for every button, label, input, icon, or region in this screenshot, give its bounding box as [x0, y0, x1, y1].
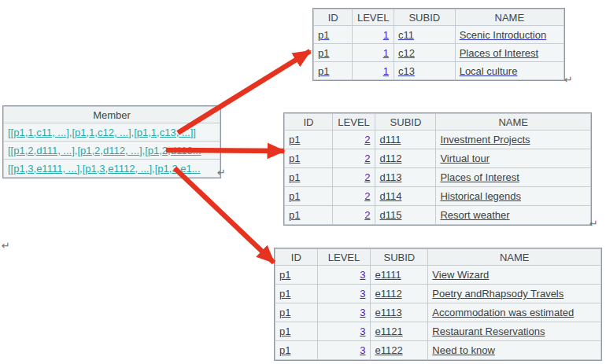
id-cell-link[interactable]: p1 [289, 209, 300, 221]
subid-cell-link[interactable]: d112 [379, 153, 401, 164]
id-cell-link[interactable]: p1 [279, 325, 290, 337]
level-cell-link[interactable]: 3 [322, 307, 367, 318]
column-header-level: LEVEL [318, 249, 371, 265]
table-row: p1 3 e1112 Poetry andRhapsody Travels [275, 285, 600, 303]
name-cell-link[interactable]: Resort weather [440, 209, 509, 221]
id-cell-link[interactable]: p1 [318, 65, 329, 77]
subid-cell-link[interactable]: e1111 [375, 269, 401, 281]
level-cell-link[interactable]: 2 [337, 190, 371, 202]
paragraph-return-mark-icon: ↵ [589, 219, 598, 229]
table-row: p1 2 d114 Historical legends [285, 187, 590, 205]
id-cell-link[interactable]: p1 [289, 134, 300, 145]
subid-cell-link[interactable]: e1121 [375, 325, 402, 337]
level-cell-link[interactable]: 3 [322, 344, 367, 356]
id-cell-link[interactable]: p1 [279, 307, 290, 318]
level3-table: ID LEVEL SUBID NAME p1 3 e1111 View Wiza… [274, 248, 602, 361]
name-cell-link[interactable]: View Wizard [432, 269, 489, 281]
name-cell-link[interactable]: Virtual tour [440, 153, 490, 164]
id-cell-link[interactable]: p1 [279, 344, 290, 356]
subid-cell-link[interactable]: c13 [398, 65, 415, 77]
table-row: p1 1 c12 Places of Interest [314, 44, 564, 61]
paragraph-return-mark-icon: ↵ [564, 75, 573, 85]
member-table: Member [[p1,1,c11, ...],[p1,1,c12, ...],… [2, 105, 221, 178]
table-row: p1 3 e1111 View Wizard [275, 266, 600, 284]
table-row: p1 2 d113 Places of Interest [285, 168, 590, 186]
level-cell-link[interactable]: 2 [337, 171, 371, 183]
header-row: ID LEVEL SUBID NAME [275, 249, 600, 265]
column-header-subid: SUBID [394, 9, 455, 25]
arrow-to-level3-table-icon [175, 168, 274, 263]
column-header-name: NAME [456, 9, 564, 25]
name-cell-link[interactable]: Accommodation was estimated [432, 307, 574, 318]
level2-table: ID LEVEL SUBID NAME p1 2 d111 Investment… [283, 112, 592, 226]
name-cell-link[interactable]: Scenic Introduction [460, 29, 547, 41]
name-cell-link[interactable]: Investment Projects [440, 134, 530, 145]
column-header-level: LEVEL [333, 114, 375, 130]
subid-cell-link[interactable]: d111 [379, 134, 401, 145]
table-row: p1 3 e1113 Accommodation was estimated [275, 303, 600, 322]
member-table-header: Member [4, 107, 220, 123]
name-cell-link[interactable]: Places of Interest [440, 171, 519, 183]
id-cell-link[interactable]: p1 [289, 171, 300, 183]
table-row: p1 1 c11 Scenic Introduction [314, 26, 564, 43]
table-row: p1 2 d112 Virtual tour [285, 149, 590, 167]
column-header-name: NAME [436, 114, 590, 130]
table-row: p1 3 e1122 Need to know [275, 341, 600, 359]
column-header-name: NAME [428, 249, 600, 265]
level-cell-link[interactable]: 1 [357, 29, 389, 41]
table-row: p1 1 c13 Local culture [314, 62, 564, 79]
column-header-subid: SUBID [371, 249, 427, 265]
paragraph-return-mark-icon: ↵ [2, 241, 10, 251]
table-row: p1 2 d115 Resort weather [285, 206, 590, 224]
name-cell-link[interactable]: Restaurant Reservations [432, 325, 545, 337]
id-cell-link[interactable]: p1 [318, 47, 329, 59]
column-header-id: ID [275, 249, 317, 265]
name-cell-link[interactable]: Places of Interest [460, 47, 538, 59]
id-cell-link[interactable]: p1 [318, 29, 329, 41]
name-cell-link[interactable]: Local culture [460, 65, 518, 77]
id-cell-link[interactable]: p1 [279, 269, 290, 281]
level-cell-link[interactable]: 2 [337, 134, 371, 145]
header-row: ID LEVEL SUBID NAME [285, 114, 590, 130]
level-cell-link[interactable]: 2 [337, 153, 371, 164]
name-cell-link[interactable]: Historical legends [440, 190, 521, 202]
member-row-link[interactable]: [[p1,2,d111, ...],[p1,2,d112, ...],[p1,2… [8, 145, 201, 156]
level1-table: ID LEVEL SUBID NAME p1 1 c11 Scenic Intr… [312, 8, 565, 81]
name-cell-link[interactable]: Need to know [432, 344, 495, 356]
id-cell-link[interactable]: p1 [279, 288, 290, 300]
paragraph-return-mark-icon: ↵ [217, 167, 226, 178]
subid-cell-link[interactable]: e1112 [375, 288, 401, 300]
subid-cell-link[interactable]: d113 [379, 171, 401, 183]
id-cell-link[interactable]: p1 [289, 153, 300, 164]
document-canvas: Member [[p1,1,c11, ...],[p1,1,c12, ...],… [0, 0, 606, 364]
header-row: ID LEVEL SUBID NAME [314, 9, 564, 25]
member-row: [[p1,1,c11, ...],[p1,1,c12, ...],[p1,1,c… [4, 123, 220, 141]
column-header-id: ID [285, 114, 332, 130]
level-cell-link[interactable]: 3 [322, 269, 367, 281]
name-cell-link[interactable]: Poetry andRhapsody Travels [432, 288, 564, 300]
level-cell-link[interactable]: 3 [322, 288, 367, 300]
id-cell-link[interactable]: p1 [289, 190, 300, 202]
column-header-level: LEVEL [353, 9, 393, 25]
column-header-subid: SUBID [375, 114, 435, 130]
level-cell-link[interactable]: 1 [357, 47, 389, 59]
subid-cell-link[interactable]: e1113 [375, 307, 401, 318]
subid-cell-link[interactable]: e1122 [375, 344, 402, 356]
subid-cell-link[interactable]: c11 [398, 29, 414, 41]
subid-cell-link[interactable]: d115 [379, 209, 401, 221]
member-row: [[p1,2,d111, ...],[p1,2,d112, ...],[p1,2… [4, 142, 220, 159]
member-row: [[p1,3,e1111, ...],[p1,3,e1112, ...],[p1… [4, 160, 220, 177]
subid-cell-link[interactable]: c12 [398, 47, 415, 59]
subid-cell-link[interactable]: d114 [379, 190, 401, 202]
level-cell-link[interactable]: 3 [322, 325, 367, 337]
table-row: p1 3 e1121 Restaurant Reservations [275, 322, 600, 340]
member-row-link[interactable]: [[p1,3,e1111, ...],[p1,3,e1112, ...],[p1… [8, 163, 201, 175]
table-row: p1 2 d111 Investment Projects [285, 131, 590, 149]
column-header-id: ID [314, 9, 352, 25]
level-cell-link[interactable]: 2 [337, 209, 371, 221]
level-cell-link[interactable]: 1 [357, 65, 389, 77]
member-row-link[interactable]: [[p1,1,c11, ...],[p1,1,c12, ...],[p1,1,c… [8, 127, 196, 138]
